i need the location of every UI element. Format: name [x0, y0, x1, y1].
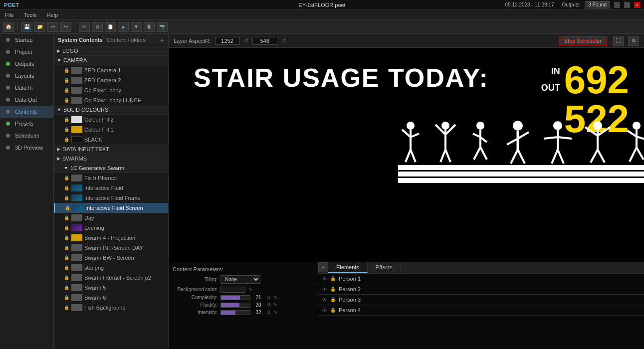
- section-generative-swarm[interactable]: ▼ 1C Generative Swarm: [54, 164, 168, 173]
- tiling-label: Tiling:: [173, 277, 217, 282]
- lock-person1: 🔒: [330, 276, 336, 281]
- section-camera[interactable]: ▼ CAMERA: [54, 56, 168, 65]
- maximize-button[interactable]: □: [624, 2, 630, 8]
- sidebar-item-contents[interactable]: Contents: [0, 106, 53, 118]
- content-item-star[interactable]: 🔒 star.png: [54, 263, 168, 273]
- menu-file[interactable]: File: [3, 11, 16, 19]
- content-item-day[interactable]: 🔒 Day: [54, 213, 168, 223]
- intensity-edit-icon[interactable]: ✎: [273, 310, 277, 315]
- tb-down[interactable]: ▼: [131, 22, 142, 32]
- section-swarms[interactable]: ▶ SWARMS: [54, 154, 168, 164]
- eye-icon-person3[interactable]: 👁: [322, 297, 327, 303]
- content-item-swarm5[interactable]: 🔒 Swarm 5: [54, 283, 168, 293]
- complexity-slider-bar[interactable]: [220, 295, 250, 300]
- menu-tools[interactable]: Tools: [22, 11, 39, 19]
- content-item-fill2[interactable]: 🔒 Colour Fill 2: [54, 115, 168, 125]
- label-opflow-lunch: Op Flow Lobby LUNCH: [84, 97, 142, 103]
- reset-width-icon[interactable]: ↺: [244, 37, 248, 44]
- element-row-person1[interactable]: 👁 🔒 Person 1: [318, 274, 644, 284]
- tb-redo[interactable]: ↪: [60, 22, 71, 32]
- element-row-person4[interactable]: 👁 🔒 Person 4: [318, 305, 644, 316]
- content-item-swarm6[interactable]: 🔒 Swarm 6: [54, 293, 168, 303]
- content-item-opflow-lunch[interactable]: 🔒 Op Flow Lobby LUNCH: [54, 95, 168, 105]
- fluidity-slider-bar[interactable]: [220, 303, 250, 308]
- bg-color-edit-icon[interactable]: ✎: [248, 287, 252, 292]
- content-item-fish[interactable]: 🔒 Fis h INteract: [54, 173, 168, 183]
- data-expand-icon: ▶: [57, 147, 60, 152]
- sidebar-item-presets[interactable]: Presets: [0, 118, 53, 130]
- menu-help[interactable]: Help: [44, 11, 60, 19]
- intensity-slider-bar[interactable]: [220, 310, 250, 315]
- svg-line-40: [630, 148, 637, 162]
- sidebar-label-outputs: Outputs: [15, 61, 34, 67]
- sidebar-item-scheduler[interactable]: Scheduler: [0, 130, 53, 142]
- section-logo[interactable]: ▶ LOGO: [54, 46, 168, 56]
- content-item-int-fluid-frame[interactable]: 🔒 Interactive Fluid Frame: [54, 193, 168, 203]
- fullscreen-button[interactable]: ⛶: [613, 36, 624, 46]
- canvas-width-input[interactable]: [215, 37, 240, 45]
- canvas-height-input[interactable]: [252, 37, 277, 45]
- minimize-button[interactable]: −: [614, 2, 620, 8]
- content-item-swarm-bw[interactable]: 🔒 Swarm BW - Screen: [54, 253, 168, 263]
- sidebar-item-project[interactable]: Project: [0, 46, 53, 58]
- tb-copy[interactable]: ⧉: [92, 22, 103, 32]
- fluidity-reset-icon[interactable]: ↺: [266, 302, 270, 308]
- close-button[interactable]: ×: [634, 2, 640, 8]
- tiling-select[interactable]: None: [220, 275, 260, 284]
- startup-icon: [4, 36, 12, 44]
- tb-paste[interactable]: 📋: [105, 22, 116, 32]
- tb-new[interactable]: 🏠: [3, 22, 14, 32]
- eye-icon-person2[interactable]: 👁: [322, 287, 327, 292]
- tab-effects[interactable]: Effects: [368, 262, 401, 273]
- eye-icon-person4[interactable]: 👁: [322, 308, 327, 313]
- content-item-swarm-int-day[interactable]: 🔒 Swarm INT-Screen DAY: [54, 243, 168, 253]
- bg-color-picker[interactable]: [220, 286, 245, 293]
- thumb-zed1: [71, 67, 82, 74]
- section-data-input[interactable]: ▶ DATA INPUT TEXT: [54, 145, 168, 154]
- tb-save[interactable]: 💾: [21, 22, 32, 32]
- tab-elements[interactable]: Elements: [328, 262, 368, 273]
- sidebar-item-data-out[interactable]: Data Out: [0, 94, 53, 106]
- content-item-black[interactable]: 🔒 BLACK: [54, 135, 168, 145]
- tb-cut[interactable]: ✂: [79, 22, 90, 32]
- section-solid-colours[interactable]: ▼ SOLID COLOURS: [54, 105, 168, 115]
- content-item-swarm-interact[interactable]: 🔒 Swarm Interact - Screen p2: [54, 273, 168, 283]
- in-label: IN: [541, 64, 560, 79]
- eye-icon-person1[interactable]: 👁: [322, 276, 327, 282]
- element-row-person2[interactable]: 👁 🔒 Person 2: [318, 284, 644, 295]
- content-item-swarm4[interactable]: 🔒 Swarm 4 - Projection: [54, 233, 168, 243]
- thumb-evening: [71, 224, 82, 231]
- content-item-zed2[interactable]: 🔒 ZED Camera 2: [54, 75, 168, 85]
- tb-up[interactable]: ▲: [118, 22, 129, 32]
- svg-line-27: [558, 137, 572, 139]
- content-item-fish-bg[interactable]: 🔒 Fish Background: [54, 303, 168, 313]
- sidebar-item-layouts[interactable]: Layouts: [0, 70, 53, 82]
- complexity-reset-icon[interactable]: ↺: [266, 295, 270, 300]
- complexity-edit-icon[interactable]: ✎: [273, 295, 277, 300]
- content-item-int-fluid-screen[interactable]: 🔒 Interactive Fluid Screen: [54, 203, 168, 213]
- stop-scheduler-button[interactable]: Stop Scheduler: [559, 36, 607, 45]
- content-item-fill1[interactable]: 🔒 Colour Fill 1: [54, 125, 168, 135]
- sidebar-item-3d-preview[interactable]: 3D Preview: [0, 142, 53, 154]
- add-content-icon[interactable]: +: [160, 36, 164, 44]
- settings-button[interactable]: ⚙: [628, 36, 639, 46]
- intensity-reset-icon[interactable]: ↺: [266, 310, 270, 315]
- content-item-int-fluid[interactable]: 🔒 Interactive Fluid: [54, 183, 168, 193]
- fluidity-value: 20: [252, 302, 264, 308]
- tb-delete[interactable]: 🗑: [144, 22, 155, 32]
- 3d-preview-icon: [4, 144, 12, 152]
- sidebar-item-startup[interactable]: Startup: [0, 34, 53, 46]
- sidebar-item-data-in[interactable]: Data In: [0, 82, 53, 94]
- tb-open[interactable]: 📁: [34, 22, 45, 32]
- content-item-opflow[interactable]: 🔒 Op Flow Lobby: [54, 85, 168, 95]
- content-item-evening[interactable]: 🔒 Evening: [54, 223, 168, 233]
- collapse-elements-button[interactable]: «: [318, 262, 328, 272]
- element-row-person3[interactable]: 👁 🔒 Person 3: [318, 295, 644, 305]
- fluidity-edit-icon[interactable]: ✎: [273, 302, 277, 308]
- tb-screenshot[interactable]: 📷: [157, 22, 168, 32]
- reset-height-icon[interactable]: ↺: [281, 37, 286, 44]
- title-bar: POET EY-1stFLOOR.poet 05.12.2023 - 11:29…: [0, 0, 644, 10]
- tb-undo[interactable]: ↩: [47, 22, 58, 32]
- sidebar-item-outputs[interactable]: Outputs: [0, 58, 53, 70]
- content-item-zed1[interactable]: 🔒 ZED Camera 1: [54, 65, 168, 75]
